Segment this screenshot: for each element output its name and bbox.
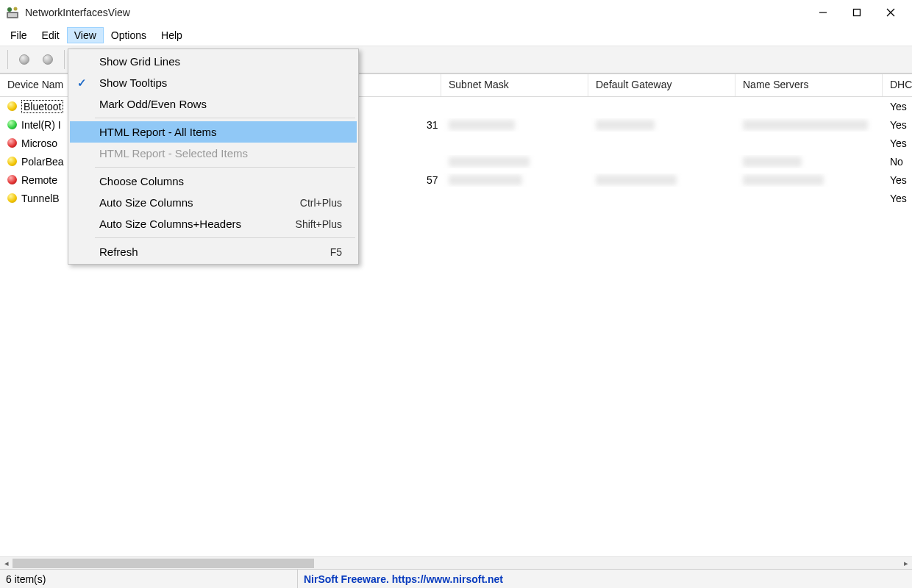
dot-icon xyxy=(43,54,53,65)
svg-point-3 xyxy=(14,7,18,11)
device-name-text: Remote xyxy=(21,174,57,186)
cell-subnet-mask xyxy=(441,142,588,145)
svg-point-2 xyxy=(7,7,12,12)
cell-name-servers xyxy=(735,142,883,145)
menu-view[interactable]: View xyxy=(67,27,104,43)
column-header-subnet-mask[interactable]: Subnet Mask xyxy=(441,74,588,96)
status-dot-icon xyxy=(7,193,17,203)
cell-name-servers xyxy=(735,173,883,187)
ip-partial-text: 31 xyxy=(427,119,438,131)
cell-name-servers xyxy=(735,155,883,168)
column-header-name-servers[interactable]: Name Servers xyxy=(735,74,883,96)
cell-default-gateway xyxy=(588,197,735,200)
cell-subnet-mask xyxy=(441,118,588,132)
horizontal-scrollbar[interactable]: ◂ ▸ xyxy=(0,556,912,569)
redacted-value xyxy=(743,157,802,167)
menu-item-show-grid-lines[interactable]: Show Grid Lines xyxy=(70,51,357,72)
cell-default-gateway xyxy=(588,118,735,132)
window-title: NetworkInterfacesView xyxy=(25,7,130,18)
menu-item-refresh[interactable]: RefreshF5 xyxy=(70,241,357,262)
cell-subnet-mask xyxy=(441,197,588,200)
menu-item-label: Mark Odd/Even Rows xyxy=(99,98,207,110)
menu-item-label: Refresh xyxy=(99,245,138,258)
maximize-button[interactable] xyxy=(840,1,874,24)
menu-file[interactable]: File xyxy=(3,27,35,43)
status-item-count: 6 item(s) xyxy=(0,570,298,588)
view-menu-dropdown: Show Grid Lines✓Show TooltipsMark Odd/Ev… xyxy=(68,49,359,265)
status-dot-icon xyxy=(7,120,17,129)
cell-name-servers xyxy=(735,105,883,108)
menu-item-label: Auto Size Columns+Headers xyxy=(99,218,241,230)
redacted-value xyxy=(596,175,677,185)
scroll-right-button[interactable]: ▸ xyxy=(899,557,912,570)
menu-item-auto-size-columns-headers[interactable]: Auto Size Columns+HeadersShift+Plus xyxy=(70,213,357,234)
dot-icon xyxy=(19,54,29,65)
status-dot-icon xyxy=(7,101,17,111)
cell-dhcp: Yes xyxy=(883,99,912,114)
menu-item-shortcut: Shift+Plus xyxy=(296,218,342,230)
menu-item-show-tooltips[interactable]: ✓Show Tooltips xyxy=(70,72,357,93)
redacted-value xyxy=(449,120,515,130)
cell-dhcp: Yes xyxy=(883,191,912,206)
cell-dhcp: Yes xyxy=(883,136,912,151)
menu-item-auto-size-columns[interactable]: Auto Size ColumnsCtrl+Plus xyxy=(70,192,357,213)
device-name-text: Bluetoot xyxy=(21,100,63,113)
column-header-dhcp[interactable]: DHCP xyxy=(883,74,912,96)
app-icon xyxy=(6,6,19,19)
cell-default-gateway xyxy=(588,105,735,108)
scroll-thumb[interactable] xyxy=(13,559,314,568)
cell-default-gateway xyxy=(588,142,735,145)
cell-subnet-mask xyxy=(441,105,588,108)
svg-rect-5 xyxy=(854,10,861,16)
menu-item-label: Choose Columns xyxy=(99,175,184,187)
device-name-text: TunnelB xyxy=(21,193,60,204)
toolbar-separator xyxy=(64,50,65,69)
statusbar: 6 item(s) NirSoft Freeware. https://www.… xyxy=(0,569,912,588)
menu-separator xyxy=(95,237,355,238)
status-credit-link[interactable]: NirSoft Freeware. https://www.nirsoft.ne… xyxy=(304,573,503,585)
cell-default-gateway xyxy=(588,160,735,163)
menu-item-label: Show Tooltips xyxy=(99,76,167,89)
redacted-value xyxy=(596,120,655,130)
status-dot-icon xyxy=(7,175,17,184)
menu-item-shortcut: F5 xyxy=(330,246,342,258)
scroll-left-button[interactable]: ◂ xyxy=(0,557,13,570)
menu-item-html-report-selected-items: HTML Report - Selected Items xyxy=(70,143,357,164)
menu-options[interactable]: Options xyxy=(104,27,154,43)
scroll-track[interactable] xyxy=(13,557,899,569)
cell-name-servers xyxy=(735,197,883,200)
menu-edit[interactable]: Edit xyxy=(35,27,67,43)
column-header-default-gateway[interactable]: Default Gateway xyxy=(588,74,735,96)
toolbar-button-2[interactable] xyxy=(38,49,58,70)
redacted-value xyxy=(743,175,824,185)
toolbar-button-1[interactable] xyxy=(14,49,35,70)
toolbar-separator xyxy=(7,50,8,69)
device-name-text: Intel(R) I xyxy=(21,119,61,131)
menu-help[interactable]: Help xyxy=(154,27,190,43)
menu-item-label: HTML Report - All Items xyxy=(99,126,216,138)
menu-item-shortcut: Ctrl+Plus xyxy=(300,197,342,209)
cell-dhcp: Yes xyxy=(883,173,912,187)
cell-dhcp: Yes xyxy=(883,118,912,132)
status-dot-icon xyxy=(7,157,17,166)
menubar: FileEditViewOptionsHelp xyxy=(0,25,912,46)
ip-partial-text: 57 xyxy=(427,174,438,186)
menu-separator xyxy=(95,118,355,118)
menu-item-label: HTML Report - Selected Items xyxy=(99,147,248,159)
redacted-value xyxy=(449,157,530,167)
window-controls xyxy=(806,1,908,24)
cell-default-gateway xyxy=(588,173,735,187)
cell-subnet-mask xyxy=(441,155,588,168)
menu-item-label: Show Grid Lines xyxy=(99,55,180,68)
menu-item-choose-columns[interactable]: Choose Columns xyxy=(70,171,357,192)
device-name-text: Microso xyxy=(21,137,57,149)
titlebar: NetworkInterfacesView xyxy=(0,0,912,25)
minimize-button[interactable] xyxy=(806,1,840,24)
menu-item-mark-odd-even-rows[interactable]: Mark Odd/Even Rows xyxy=(70,93,357,115)
menu-separator xyxy=(95,167,355,168)
device-name-text: PolarBea xyxy=(21,156,64,168)
cell-subnet-mask xyxy=(441,173,588,187)
close-button[interactable] xyxy=(874,1,908,24)
redacted-value xyxy=(449,175,522,185)
menu-item-html-report-all-items[interactable]: HTML Report - All Items xyxy=(70,121,357,143)
